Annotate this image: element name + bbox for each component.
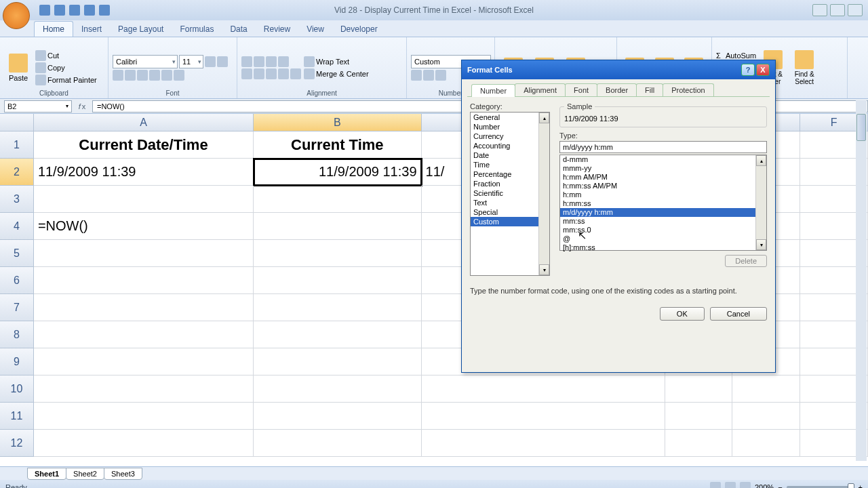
zoom-level[interactable]: 200% bbox=[755, 483, 774, 488]
cell[interactable] bbox=[732, 375, 800, 403]
qat-extra-icon[interactable] bbox=[84, 5, 95, 16]
cell[interactable] bbox=[34, 240, 254, 267]
category-item[interactable]: Scientific bbox=[471, 188, 549, 198]
comma-icon[interactable] bbox=[435, 70, 446, 81]
category-item[interactable]: Text bbox=[471, 198, 549, 207]
cell[interactable]: Current Time bbox=[254, 131, 421, 159]
cell[interactable] bbox=[34, 321, 254, 348]
sheet-tab[interactable]: Sheet1 bbox=[27, 468, 66, 480]
cell[interactable] bbox=[254, 348, 421, 375]
qat-save-icon[interactable] bbox=[39, 5, 50, 16]
zoom-in-button[interactable]: + bbox=[859, 483, 863, 488]
cell[interactable] bbox=[422, 403, 665, 430]
paste-button[interactable]: Paste bbox=[4, 39, 33, 97]
row-header[interactable]: 8 bbox=[0, 321, 34, 348]
row-header[interactable]: 1 bbox=[0, 131, 34, 159]
category-item[interactable]: Percentage bbox=[471, 169, 549, 179]
qat-extra2-icon[interactable] bbox=[99, 5, 110, 16]
cell[interactable]: 11/9/2009 11:39 bbox=[254, 159, 421, 186]
percent-icon[interactable] bbox=[423, 70, 434, 81]
autosum-button[interactable]: Σ AutoSum bbox=[716, 52, 756, 60]
type-scroll-up-icon[interactable]: ▴ bbox=[756, 155, 766, 166]
cell[interactable]: =NOW() bbox=[34, 213, 254, 240]
cell[interactable] bbox=[665, 403, 733, 430]
align-top-icon[interactable] bbox=[241, 56, 252, 67]
cell[interactable] bbox=[254, 430, 421, 457]
cell[interactable]: Current Date/Time bbox=[34, 131, 254, 159]
dialog-tab-border[interactable]: Border bbox=[597, 83, 637, 96]
type-listbox[interactable]: d-mmmmmm-yyh:mm AM/PMh:mm:ss AM/PMh:mmh:… bbox=[559, 155, 767, 251]
align-left-icon[interactable] bbox=[241, 68, 252, 79]
category-item[interactable]: Number bbox=[471, 122, 549, 131]
ribbon-tab-developer[interactable]: Developer bbox=[332, 22, 386, 37]
row-header[interactable]: 3 bbox=[0, 186, 34, 213]
cell[interactable] bbox=[665, 375, 733, 403]
vertical-scrollbar[interactable] bbox=[856, 100, 867, 461]
cell[interactable] bbox=[254, 267, 421, 294]
type-item[interactable]: mmm-yy bbox=[560, 164, 766, 173]
align-bottom-icon[interactable] bbox=[266, 56, 277, 67]
font-size-combo[interactable]: 11 bbox=[179, 55, 203, 68]
row-header[interactable]: 5 bbox=[0, 240, 34, 267]
find-select-button[interactable]: Find & Select bbox=[790, 39, 818, 97]
underline-button[interactable] bbox=[137, 70, 148, 81]
dialog-tab-number[interactable]: Number bbox=[471, 84, 515, 97]
row-header[interactable]: 7 bbox=[0, 294, 34, 321]
category-item[interactable]: Fraction bbox=[471, 179, 549, 188]
ribbon-tab-home[interactable]: Home bbox=[34, 21, 73, 37]
type-item[interactable]: @ bbox=[560, 235, 766, 243]
category-item[interactable]: Accounting bbox=[471, 141, 549, 150]
currency-icon[interactable] bbox=[411, 70, 422, 81]
dialog-tab-protection[interactable]: Protection bbox=[663, 83, 714, 96]
row-header[interactable]: 10 bbox=[0, 375, 34, 403]
type-scroll-down-icon[interactable]: ▾ bbox=[756, 239, 766, 250]
row-header[interactable]: 11 bbox=[0, 403, 34, 430]
type-item[interactable]: h:mm:ss AM/PM bbox=[560, 182, 766, 190]
category-scrollbar[interactable]: ▴ ▾ bbox=[538, 113, 549, 275]
cell[interactable] bbox=[732, 403, 800, 430]
dialog-tab-font[interactable]: Font bbox=[565, 83, 597, 96]
cancel-button[interactable]: Cancel bbox=[710, 307, 767, 321]
view-normal-icon[interactable] bbox=[710, 482, 721, 488]
view-layout-icon[interactable] bbox=[725, 482, 736, 488]
fill-color-button[interactable] bbox=[161, 70, 172, 81]
type-item[interactable]: m/d/yyyy h:mm bbox=[560, 208, 766, 217]
cut-button[interactable]: Cut bbox=[35, 50, 97, 61]
cell[interactable]: 11/9/2009 11:39 bbox=[34, 159, 254, 186]
type-input[interactable] bbox=[559, 141, 767, 153]
category-listbox[interactable]: GeneralNumberCurrencyAccountingDateTimeP… bbox=[470, 112, 550, 276]
category-item[interactable]: Date bbox=[471, 150, 549, 160]
cell[interactable] bbox=[732, 430, 800, 457]
cell[interactable] bbox=[422, 375, 665, 403]
category-item[interactable]: Custom bbox=[471, 217, 549, 226]
zoom-out-button[interactable]: − bbox=[778, 483, 782, 488]
scroll-down-icon[interactable]: ▾ bbox=[539, 264, 549, 275]
type-item[interactable]: h:mm AM/PM bbox=[560, 173, 766, 182]
ribbon-tab-review[interactable]: Review bbox=[256, 22, 298, 37]
cell[interactable] bbox=[254, 186, 421, 213]
close-button[interactable] bbox=[848, 4, 863, 16]
merge-center-button[interactable]: Merge & Center bbox=[304, 68, 369, 79]
type-item[interactable]: d-mmm bbox=[560, 155, 766, 164]
type-item[interactable]: [h]:mm:ss bbox=[560, 243, 766, 252]
category-item[interactable]: Special bbox=[471, 207, 549, 217]
qat-undo-icon[interactable] bbox=[54, 5, 65, 16]
align-right-icon[interactable] bbox=[266, 68, 277, 79]
type-item[interactable]: mm:ss.0 bbox=[560, 226, 766, 235]
column-header[interactable]: A bbox=[34, 114, 254, 131]
orientation-icon[interactable] bbox=[278, 56, 289, 67]
cell[interactable] bbox=[254, 213, 421, 240]
ribbon-tab-view[interactable]: View bbox=[298, 22, 332, 37]
category-item[interactable]: General bbox=[471, 113, 549, 122]
office-button[interactable] bbox=[3, 2, 30, 29]
copy-button[interactable]: Copy bbox=[35, 62, 97, 73]
delete-format-button[interactable]: Delete bbox=[725, 255, 767, 267]
cell[interactable] bbox=[422, 430, 665, 457]
font-name-combo[interactable]: Calibri bbox=[113, 55, 178, 68]
cell[interactable] bbox=[34, 430, 254, 457]
cell[interactable] bbox=[665, 430, 733, 457]
dialog-tab-alignment[interactable]: Alignment bbox=[515, 83, 566, 96]
dialog-close-button[interactable]: X bbox=[756, 64, 770, 76]
italic-button[interactable] bbox=[125, 70, 136, 81]
category-item[interactable]: Time bbox=[471, 160, 549, 169]
